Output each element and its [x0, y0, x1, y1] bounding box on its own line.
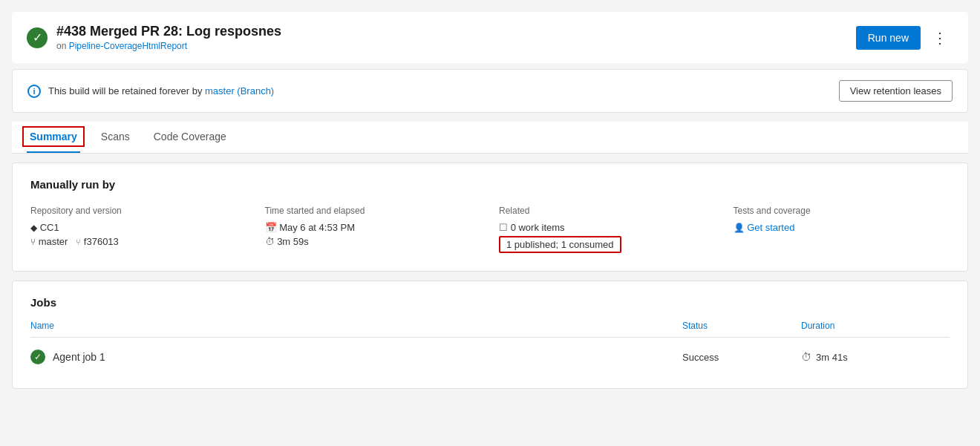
diamond-icon: ◆: [30, 223, 37, 233]
time-label: Time started and elapsed: [265, 206, 482, 216]
tab-scans[interactable]: Scans: [98, 122, 133, 153]
tests-label: Tests and coverage: [734, 206, 950, 216]
job-success-icon: ✓: [30, 350, 45, 364]
branch-commit-value: ⑂ master ⑂ f376013: [30, 236, 247, 247]
jobs-card: Jobs Name Status Duration ✓ Agent job 1 …: [12, 281, 968, 389]
header-left: ✓ #438 Merged PR 28: Log resposnes on Pi…: [27, 24, 281, 51]
col-header-duration: Duration: [801, 321, 950, 331]
summary-section-title: Manually run by: [30, 178, 950, 191]
workitem-icon: ☐: [499, 222, 508, 233]
coverage-icon: 👤: [734, 223, 745, 233]
view-retention-leases-button[interactable]: View retention leases: [839, 80, 953, 102]
get-started-value: 👤 Get started: [734, 222, 950, 233]
repo-version-col: Repository and version ◆ CC1 ⑂ master ⑂ …: [30, 206, 247, 256]
related-col: Related ☐ 0 work items 1 published; 1 co…: [499, 206, 716, 256]
calendar-icon: 📅: [265, 222, 277, 233]
more-options-button[interactable]: ⋮: [927, 26, 953, 50]
jobs-table-header: Name Status Duration: [30, 321, 950, 338]
clock-icon: ⏱: [265, 236, 275, 247]
page-header: ✓ #438 Merged PR 28: Log resposnes on Pi…: [12, 12, 968, 63]
artifacts-value: 1 published; 1 consumed: [499, 236, 716, 253]
tests-col: Tests and coverage 👤 Get started: [734, 206, 950, 256]
pipeline-link[interactable]: Pipeline-CoverageHtmlReport: [69, 41, 187, 51]
build-status-icon: ✓: [27, 27, 48, 48]
info-icon: i: [27, 85, 41, 98]
job-duration: ⏱ 3m 41s: [801, 351, 950, 363]
run-new-button[interactable]: Run new: [856, 26, 921, 50]
get-started-link[interactable]: Get started: [747, 222, 794, 233]
job-name-cell: ✓ Agent job 1: [30, 350, 682, 364]
page-title: #438 Merged PR 28: Log resposnes: [56, 24, 281, 39]
artifact-badge: 1 published; 1 consumed: [499, 236, 621, 253]
duration-clock-icon: ⏱: [801, 351, 811, 363]
header-title-block: #438 Merged PR 28: Log resposnes on Pipe…: [56, 24, 281, 51]
tabs-bar: Summary Scans Code Coverage: [12, 122, 968, 154]
tab-code-coverage[interactable]: Code Coverage: [151, 122, 229, 153]
header-actions: Run new ⋮: [856, 26, 953, 50]
started-value: 📅 May 6 at 4:53 PM: [265, 222, 482, 233]
summary-card: Manually run by Repository and version ◆…: [12, 163, 968, 272]
repo-version-label: Repository and version: [30, 206, 247, 216]
summary-grid: Repository and version ◆ CC1 ⑂ master ⑂ …: [30, 206, 950, 256]
table-row: ✓ Agent job 1 Success ⏱ 3m 41s: [30, 341, 950, 373]
tab-summary[interactable]: Summary: [27, 122, 80, 153]
repo-name-value: ◆ CC1: [30, 222, 247, 233]
retention-left: i This build will be retained forever by…: [27, 85, 274, 98]
col-header-name: Name: [30, 321, 682, 331]
job-name[interactable]: Agent job 1: [53, 351, 105, 363]
commit-icon: ⑂: [76, 237, 81, 246]
col-header-status: Status: [682, 321, 801, 331]
jobs-section-title: Jobs: [30, 296, 950, 309]
job-status: Success: [682, 352, 801, 363]
branch-text: master (Branch): [205, 85, 274, 96]
retention-banner: i This build will be retained forever by…: [12, 69, 968, 113]
header-subtitle: on Pipeline-CoverageHtmlReport: [56, 41, 281, 51]
related-label: Related: [499, 206, 716, 216]
retention-message: This build will be retained forever by m…: [48, 85, 274, 96]
branch-icon: ⑂: [30, 237, 36, 247]
work-items-value: ☐ 0 work items: [499, 222, 716, 233]
time-col: Time started and elapsed 📅 May 6 at 4:53…: [265, 206, 482, 256]
elapsed-value: ⏱ 3m 59s: [265, 236, 482, 247]
